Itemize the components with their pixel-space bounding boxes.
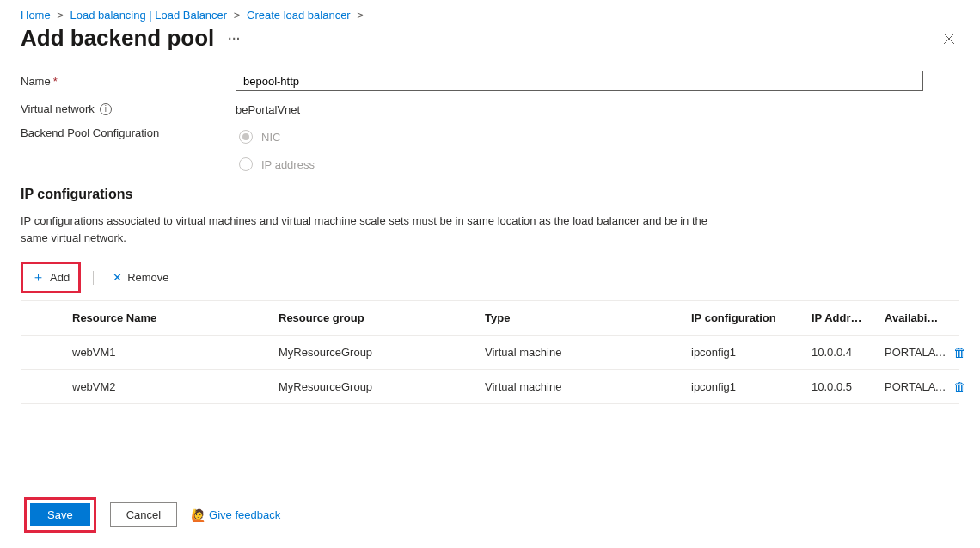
cell-resource-name: webVM2 [72,380,279,393]
form-region: Name * Virtual network i bePortalVnet Ba… [0,64,980,404]
info-icon[interactable]: i [100,103,112,115]
cell-availability: PORTALAVA [885,346,953,359]
table-row[interactable]: webVM1 MyResourceGroup Virtual machine i… [21,336,959,370]
page-header: Add backend pool ··· [0,25,980,64]
backend-config-row: Backend Pool Configuration NIC IP addres… [21,126,959,171]
remove-button-label: Remove [127,271,168,284]
ip-config-description: IP configurations associated to virtual … [21,212,726,246]
vnet-label: Virtual network i [21,102,236,115]
add-button[interactable]: ＋ Add [25,266,77,289]
required-asterisk: * [53,75,58,88]
plus-icon: ＋ [32,269,45,286]
radio-ip-address[interactable]: IP address [239,157,315,171]
breadcrumb-load-balancing[interactable]: Load balancing | Load Balancer [70,9,228,22]
name-row: Name * [21,71,959,91]
col-resource-name[interactable]: Resource Name [72,311,279,324]
remove-button[interactable]: ✕ Remove [106,268,175,287]
page-title: Add backend pool ··· [21,25,241,52]
name-label-text: Name [21,75,51,88]
chevron-right-icon: > [234,9,241,22]
add-button-label: Add [50,271,70,284]
delete-row-button[interactable]: 🗑 [953,379,979,394]
chevron-right-icon: > [357,9,364,22]
breadcrumb-home[interactable]: Home [21,9,51,22]
page-title-text: Add backend pool [21,25,214,52]
backend-config-options: NIC IP address [236,126,315,171]
col-ip-config[interactable]: IP configuration [691,311,812,324]
ip-config-section-title: IP configurations [21,187,959,202]
trash-icon: 🗑 [953,379,966,394]
ip-config-table: Resource Name Resource group Type IP con… [21,300,959,404]
chevron-right-icon: > [57,9,64,22]
close-icon[interactable] [939,28,959,49]
breadcrumb-create-load-balancer[interactable]: Create load balancer [247,9,351,22]
radio-ip-label: IP address [261,158,315,171]
trash-icon: 🗑 [953,345,966,360]
radio-nic[interactable]: NIC [239,130,315,144]
delete-row-button[interactable]: 🗑 [953,345,979,360]
col-resource-group[interactable]: Resource group [279,311,485,324]
name-label: Name * [21,75,236,88]
vnet-value: bePortalVnet [236,102,300,116]
cell-ip-config: ipconfig1 [691,346,812,359]
name-input[interactable] [236,71,923,91]
more-icon[interactable]: ··· [228,32,241,46]
col-ip-addr[interactable]: IP Addr… [812,311,885,324]
radio-nic-label: NIC [261,131,280,144]
feedback-label: Give feedback [209,508,280,521]
vnet-row: Virtual network i bePortalVnet [21,102,959,116]
cell-resource-name: webVM1 [72,346,279,359]
table-row[interactable]: webVM2 MyResourceGroup Virtual machine i… [21,370,959,404]
save-highlight-box: Save [24,497,96,533]
radio-circle-icon [239,157,253,171]
cell-ip-config: ipconfig1 [691,380,812,393]
cell-type: Virtual machine [485,380,691,393]
save-button[interactable]: Save [30,503,90,526]
cell-ip-addr: 10.0.0.5 [812,380,885,393]
page-footer: Save Cancel 🙋 Give feedback [0,483,980,548]
cell-ip-addr: 10.0.0.4 [812,346,885,359]
cell-type: Virtual machine [485,346,691,359]
col-type[interactable]: Type [485,311,691,324]
vnet-label-text: Virtual network [21,102,95,115]
backend-config-label: Backend Pool Configuration [21,126,236,139]
ip-config-toolbar: ＋ Add ✕ Remove [21,262,959,293]
feedback-person-icon: 🙋 [191,508,205,522]
cancel-button[interactable]: Cancel [110,502,177,527]
radio-circle-icon [239,130,253,144]
cell-resource-group: MyResourceGroup [279,380,485,393]
breadcrumb: Home > Load balancing | Load Balancer > … [0,0,980,25]
x-icon: ✕ [113,271,122,284]
cell-availability: PORTALAVA [885,380,953,393]
table-header-row: Resource Name Resource group Type IP con… [21,301,959,336]
give-feedback-link[interactable]: 🙋 Give feedback [191,508,280,522]
col-availability[interactable]: Availabi… [885,311,953,324]
toolbar-separator [93,271,94,285]
cell-resource-group: MyResourceGroup [279,346,485,359]
add-highlight-box: ＋ Add [21,262,81,293]
